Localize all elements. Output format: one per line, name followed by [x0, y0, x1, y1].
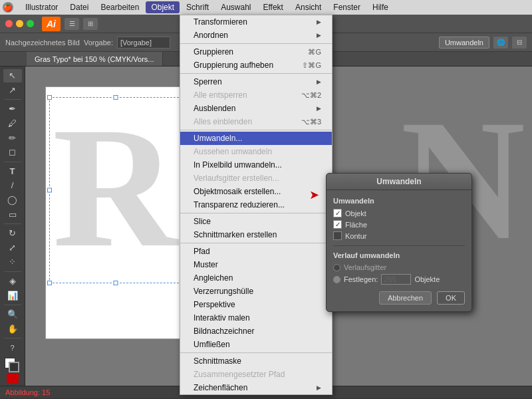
- menu-in-pixelbild[interactable]: In Pixelbild umwandeln...: [180, 158, 332, 172]
- menu-illustrator[interactable]: Illustrator: [20, 1, 63, 13]
- dialog-section2-label: Verlauf umwandeln: [333, 251, 465, 259]
- handle-tl[interactable]: [47, 95, 52, 100]
- menu-bildnachzeichner[interactable]: Bildnachzeichner: [180, 325, 332, 338]
- vorgabe-label: Vorgabe:: [84, 39, 113, 47]
- flache-checkbox[interactable]: ✓: [333, 220, 342, 229]
- menu-fenster[interactable]: Fenster: [328, 1, 366, 13]
- type-tool[interactable]: T: [3, 164, 22, 178]
- menu-sperren[interactable]: Sperren: [180, 75, 332, 88]
- menu-verzerrungshulle[interactable]: Verzerrungshülle: [180, 285, 332, 298]
- new-doc-icon[interactable]: ☰: [65, 18, 79, 30]
- menu-transformieren[interactable]: Transformieren: [180, 15, 332, 29]
- menu-divider-3: [180, 130, 332, 130]
- verlaufsgitter-label: Verlaufsgitter: [344, 263, 386, 271]
- selection-box: [49, 97, 182, 283]
- color-mode-icon[interactable]: [7, 373, 19, 383]
- fill-stroke-indicator[interactable]: [3, 356, 22, 372]
- graph-tool[interactable]: 📊: [3, 289, 22, 302]
- menu-divider-5: [180, 243, 332, 243]
- statusbar-text: Abbildung: 15: [5, 388, 50, 396]
- menu-bearbeiten[interactable]: Bearbeiten: [95, 1, 144, 13]
- pencil-tool[interactable]: ✏: [3, 131, 22, 144]
- blend-tool[interactable]: ⁘: [3, 255, 22, 269]
- menu-pfad[interactable]: Pfad: [180, 245, 332, 258]
- menu-schnittmaske[interactable]: Schnittmaske: [180, 354, 332, 368]
- objekt-label: Objekt: [345, 209, 366, 217]
- eraser-tool[interactable]: ◻: [3, 146, 22, 159]
- app-logo: Ai: [42, 17, 61, 31]
- umwandeln-toolbar-button[interactable]: Umwandeln: [439, 37, 489, 49]
- menu-zusammengesetzter-pfad: Zusammengesetzter Pfad: [180, 368, 332, 381]
- menu-schrift[interactable]: Schrift: [181, 1, 214, 13]
- document-tab[interactable]: Gras Typo* bei 150 % (CMYK/Vors...: [27, 52, 163, 66]
- ok-button[interactable]: OK: [437, 291, 465, 305]
- menu-perspektive[interactable]: Perspektive: [180, 298, 332, 311]
- brush-tool[interactable]: 🖊: [3, 117, 22, 130]
- menu-anordnen[interactable]: Anordnen: [180, 29, 332, 42]
- verlaufsgitter-radio[interactable]: [333, 264, 340, 271]
- menu-ansicht[interactable]: Ansicht: [290, 1, 327, 13]
- help-tool[interactable]: ?: [3, 341, 22, 354]
- handle-bm[interactable]: [114, 281, 118, 285]
- close-button[interactable]: [5, 20, 13, 27]
- abbrechen-button[interactable]: Abbrechen: [379, 291, 432, 305]
- menu-interaktiv-malen[interactable]: Interaktiv malen: [180, 311, 332, 325]
- flache-label: Fläche: [345, 221, 367, 229]
- menu-auswahl[interactable]: Auswahl: [215, 1, 256, 13]
- menu-ausblenden[interactable]: Ausblenden: [180, 102, 332, 115]
- menu-effekt[interactable]: Effekt: [257, 1, 288, 13]
- menu-gruppierung-aufheben[interactable]: Gruppierung aufheben ⇧⌘G: [180, 59, 332, 72]
- scale-tool[interactable]: ⤢: [3, 241, 22, 254]
- rect-tool[interactable]: ▭: [3, 207, 22, 221]
- menu-verlaufsgitter: Verlaufsgitter erstellen...: [180, 172, 332, 185]
- tool-divider-2: [4, 162, 21, 162]
- gradient-tool[interactable]: ◈: [3, 275, 22, 288]
- tool-divider-3: [4, 223, 21, 224]
- menu-aussehen-umwandeln: Aussehen umwandeln: [180, 145, 332, 158]
- handle-bl[interactable]: [47, 281, 52, 285]
- menu-umfliessen[interactable]: Umfließen: [180, 338, 332, 351]
- menu-transparenz[interactable]: Transparenz reduzieren...: [180, 198, 332, 211]
- festlegen-radio[interactable]: [333, 276, 340, 283]
- minimize-button[interactable]: [16, 20, 23, 27]
- menu-angleichen[interactable]: Angleichen: [180, 271, 332, 285]
- pen-tool[interactable]: ✒: [3, 102, 22, 116]
- menu-umwandeln[interactable]: Umwandeln...: [180, 132, 332, 145]
- traffic-lights: [5, 20, 34, 27]
- menu-zeichenflachen[interactable]: Zeichenflächen: [180, 381, 332, 394]
- objekt-dropdown-menu[interactable]: Transformieren Anordnen Gruppieren ⌘G Gr…: [180, 15, 332, 395]
- select-tool[interactable]: ↖: [3, 69, 22, 82]
- menu-schnittmarken[interactable]: Schnittmarken erstellen: [180, 228, 332, 241]
- shape-tool[interactable]: ◯: [3, 194, 22, 207]
- festlegen-label: Festlegen:: [344, 275, 378, 283]
- festlegen-input[interactable]: [381, 274, 411, 285]
- dialog-section1-label: Umwandeln: [333, 197, 465, 205]
- direct-select-tool[interactable]: ↗: [3, 84, 22, 97]
- line-tool[interactable]: /: [3, 179, 22, 192]
- menu-hilfe[interactable]: Hilfe: [367, 1, 394, 13]
- menu-divider-4: [180, 213, 332, 213]
- arrange2-icon[interactable]: ⊟: [512, 37, 527, 49]
- handle-tm[interactable]: [114, 95, 118, 100]
- rotate-tool[interactable]: ↻: [3, 227, 22, 240]
- arrange-icon[interactable]: ⊞: [83, 18, 98, 30]
- menu-objektmosaik[interactable]: Objektmosaik erstellen...: [180, 185, 332, 198]
- zoom-tool[interactable]: 🔍: [3, 308, 22, 321]
- objekt-checkbox[interactable]: ✓: [333, 209, 342, 217]
- vorgabe-input[interactable]: [117, 37, 170, 49]
- globe-icon[interactable]: 🌐: [493, 37, 508, 49]
- nachgezeichnetes-label: Nachgezeichnetes Bild: [5, 39, 80, 47]
- apple-menu[interactable]: 🍎: [3, 2, 13, 13]
- menu-gruppieren[interactable]: Gruppieren ⌘G: [180, 45, 332, 59]
- hand-tool[interactable]: ✋: [3, 322, 22, 335]
- dialog-divider: [333, 245, 465, 246]
- menu-slice[interactable]: Slice: [180, 215, 332, 228]
- kontur-checkbox[interactable]: [333, 231, 342, 240]
- menu-objekt[interactable]: Objekt: [146, 1, 180, 13]
- menu-muster[interactable]: Muster: [180, 258, 332, 271]
- umwandeln-dialog[interactable]: Umwandeln Umwandeln ✓ Objekt ✓ Fläche Ko…: [326, 173, 472, 312]
- handle-ml[interactable]: [47, 188, 52, 193]
- menu-datei[interactable]: Datei: [65, 1, 94, 13]
- menu-alles-einblenden: Alles einblenden ⌥⌘3: [180, 115, 332, 128]
- maximize-button[interactable]: [27, 20, 34, 27]
